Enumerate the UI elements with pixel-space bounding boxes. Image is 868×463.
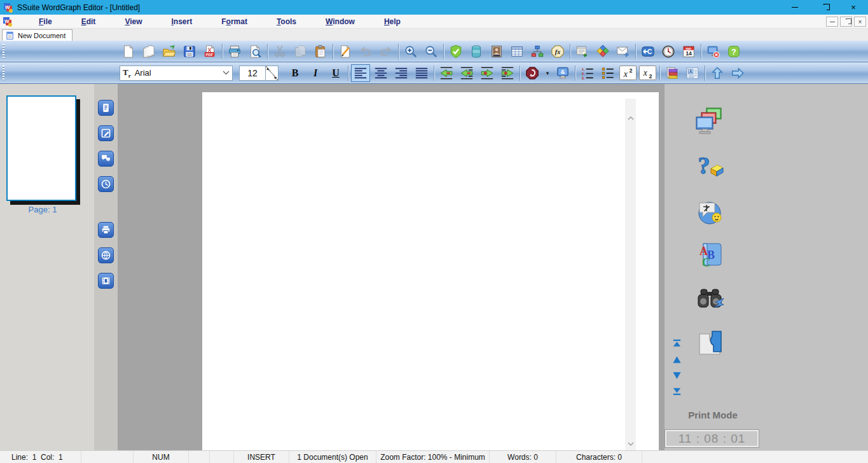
insert-shapes-button[interactable] xyxy=(594,43,612,60)
paste-button[interactable] xyxy=(312,43,329,60)
mdi-restore-icon xyxy=(844,20,848,24)
redo-icon xyxy=(379,45,393,59)
align-right-button[interactable] xyxy=(392,65,410,81)
panel-comments-button[interactable] xyxy=(98,151,114,167)
insert-note-button[interactable] xyxy=(574,43,591,60)
document-page[interactable] xyxy=(202,92,659,450)
panel-web-button[interactable] xyxy=(98,247,114,263)
scroll-bottom-button[interactable] xyxy=(672,386,682,396)
translate-button[interactable] xyxy=(693,194,726,227)
panel-document-button[interactable] xyxy=(98,100,114,116)
decrease-indent-button[interactable] xyxy=(437,65,455,81)
italic-button[interactable]: I xyxy=(307,65,324,81)
window-controls: × xyxy=(780,0,868,15)
send-email-button[interactable] xyxy=(614,43,632,60)
help-about-button[interactable]: ? xyxy=(693,149,726,183)
insert-image-button[interactable] xyxy=(488,43,506,60)
spelling-button[interactable]: ABC xyxy=(693,238,726,272)
vertical-scrollbar[interactable] xyxy=(625,99,636,450)
menu-help[interactable]: Help xyxy=(369,17,415,26)
scroll-top-button[interactable] xyxy=(672,338,682,348)
menu-window[interactable]: Window xyxy=(311,17,369,26)
plugin-button[interactable] xyxy=(693,328,726,361)
cut-button[interactable] xyxy=(271,43,289,60)
document-copies-button[interactable] xyxy=(140,43,158,60)
print-button[interactable] xyxy=(226,43,244,60)
menu-format[interactable]: Format xyxy=(207,17,262,26)
align-justify-button[interactable] xyxy=(413,65,431,81)
svg-text:2.: 2. xyxy=(582,71,585,75)
align-left-button[interactable] xyxy=(352,65,369,81)
print-preview-button[interactable] xyxy=(246,43,264,60)
menu-view[interactable]: View xyxy=(110,17,156,26)
insert-date-button[interactable]: MAY14 xyxy=(680,43,698,60)
insert-note-icon xyxy=(575,45,589,59)
bullet-list-button[interactable] xyxy=(599,65,617,81)
find-button[interactable] xyxy=(693,283,726,316)
increase-indent-paragraph-button[interactable] xyxy=(499,65,516,81)
scrollbar-up-arrow[interactable] xyxy=(625,113,636,123)
status-cell-9: Characters: 0 xyxy=(556,451,642,463)
mdi-minimize-button[interactable] xyxy=(826,17,838,27)
scrollbar-down-arrow[interactable] xyxy=(625,438,636,449)
font-family-combo[interactable]: TrArial xyxy=(120,66,233,81)
insert-table-button[interactable] xyxy=(508,43,526,60)
scroll-down-button[interactable] xyxy=(672,370,682,380)
mdi-restore-button[interactable] xyxy=(840,17,852,27)
align-center-button[interactable] xyxy=(372,65,390,81)
database-button[interactable] xyxy=(467,43,485,60)
superscript-button[interactable]: x2 xyxy=(619,66,637,80)
special-characters-button[interactable]: & xyxy=(554,65,572,81)
go-to-button[interactable]: C xyxy=(639,43,657,60)
new-document-button[interactable] xyxy=(120,43,137,60)
restore-button[interactable] xyxy=(809,0,839,15)
export-pdf-button[interactable]: PDF xyxy=(201,43,219,60)
panel-edit-button[interactable] xyxy=(98,125,114,141)
org-chart-button[interactable] xyxy=(528,43,546,60)
page-next-button[interactable] xyxy=(729,65,747,81)
menu-tools[interactable]: Tools xyxy=(262,17,311,26)
underline-button[interactable]: U xyxy=(327,65,345,81)
spell-check-button[interactable] xyxy=(447,43,465,60)
insert-time-button[interactable] xyxy=(659,43,677,60)
save-button[interactable] xyxy=(181,43,198,60)
page-thumbnail[interactable] xyxy=(6,95,76,201)
strip-globe-icon xyxy=(100,250,111,261)
font-color-button[interactable] xyxy=(523,65,541,81)
zoom-in-button[interactable] xyxy=(402,43,420,60)
insert-function-button[interactable]: fx xyxy=(549,43,567,60)
svg-text:MAY: MAY xyxy=(686,46,692,50)
highlight-button[interactable] xyxy=(663,65,681,81)
font-size-spinner[interactable]: ▴▾ xyxy=(266,66,279,81)
undo-button[interactable] xyxy=(357,43,375,60)
redo-button[interactable] xyxy=(377,43,395,60)
bold-button[interactable]: B xyxy=(286,65,304,81)
help-button[interactable]: ? xyxy=(725,43,743,60)
mdi-close-button[interactable]: × xyxy=(854,17,866,27)
tab-new-document[interactable]: New Document xyxy=(2,29,72,41)
menu-insert[interactable]: Insert xyxy=(157,17,207,26)
decrease-indent-paragraph-button[interactable] xyxy=(458,65,476,81)
font-color-caret[interactable]: ▾ xyxy=(544,65,551,81)
paragraph-format-button[interactable]: A xyxy=(684,65,701,81)
open-button[interactable] xyxy=(160,43,178,60)
zoom-out-button[interactable] xyxy=(422,43,440,60)
menu-edit[interactable]: Edit xyxy=(67,17,111,26)
minimize-button[interactable] xyxy=(780,0,809,15)
close-button[interactable]: × xyxy=(839,0,868,15)
close-document-icon xyxy=(706,45,720,59)
increase-indent-button[interactable] xyxy=(478,65,496,81)
scroll-up-button[interactable] xyxy=(672,354,682,364)
numbered-list-button[interactable]: 1.2.3. xyxy=(579,65,596,81)
panel-history-button[interactable] xyxy=(98,176,114,192)
panel-media-button[interactable] xyxy=(98,273,114,289)
close-document-button[interactable] xyxy=(705,43,722,60)
switch-screens-button[interactable] xyxy=(693,105,726,138)
page-up-button[interactable] xyxy=(708,65,726,81)
edit-button[interactable] xyxy=(336,43,354,60)
menu-file[interactable]: File xyxy=(24,17,67,26)
subscript-button[interactable]: x2 xyxy=(639,66,656,80)
copy-button[interactable] xyxy=(291,43,309,60)
panel-print-button[interactable] xyxy=(98,222,114,238)
font-size-input[interactable]: 12 xyxy=(239,66,266,81)
